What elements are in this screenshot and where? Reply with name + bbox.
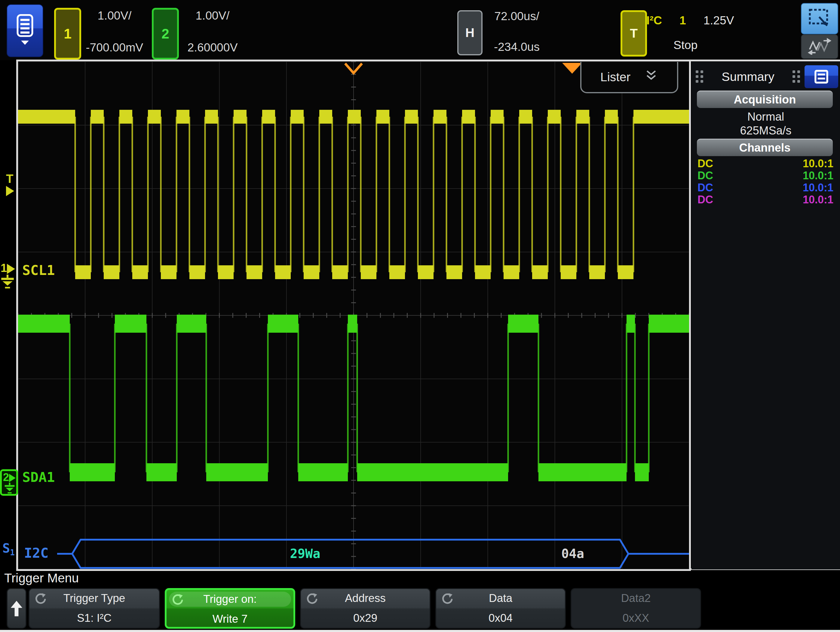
channel2-offset: 2.60000V	[178, 41, 247, 54]
channel2-button[interactable]: 2	[152, 8, 179, 60]
softkey-trigger-on[interactable]: Trigger on: Write 7	[165, 588, 295, 629]
ch2-probe: 10.0:1	[803, 169, 834, 181]
ch2-marker-arrow-icon	[9, 474, 16, 482]
softkey-trigger-type[interactable]: Trigger Type S1: I²C	[28, 588, 160, 629]
ch1-coupling: DC	[698, 157, 713, 169]
timebase-scale: 72.00us/	[483, 10, 550, 23]
ch1-ground-icon	[1, 275, 14, 290]
up-arrow-icon	[10, 600, 23, 618]
channel1-scale: 1.00V/	[80, 9, 149, 22]
ch3-coupling: DC	[698, 181, 713, 193]
ch2-coupling: DC	[698, 169, 713, 181]
bottom-border	[0, 630, 840, 632]
trigger-mode: I²C	[646, 14, 662, 27]
channel-row: DC 10.0:1	[698, 157, 834, 169]
trigger-button[interactable]: T	[621, 10, 647, 57]
menu-icon	[14, 14, 35, 48]
top-toolbar: 1 1.00V/ -700.00mV 2 1.00V/ 2.60000V H 7…	[0, 0, 840, 60]
acquisition-mode: Normal	[692, 110, 840, 124]
trigger-level-marker[interactable]: T	[6, 173, 24, 196]
ch2-ground-icon	[4, 483, 15, 494]
lister-dropdown-button[interactable]: Lister	[580, 62, 678, 93]
channel1-offset: -700.00mV	[80, 41, 149, 54]
channel-row: DC 10.0:1	[698, 193, 834, 206]
trigger-level-label: T	[6, 173, 24, 185]
ch4-probe: 10.0:1	[803, 193, 834, 206]
ch3-probe: 10.0:1	[803, 181, 834, 193]
bus-decoded-data: 04a	[561, 546, 584, 561]
trigger-level: 1.25V	[704, 14, 734, 27]
chevron-double-down-icon	[644, 69, 658, 85]
list-icon	[813, 68, 829, 85]
zoom-region-icon	[807, 7, 832, 30]
ch2-ground-marker[interactable]: 2	[0, 469, 18, 496]
ch1-marker-arrow-icon	[7, 264, 15, 274]
ch1-marker-label: 1	[1, 262, 7, 275]
main-menu-button[interactable]	[6, 4, 43, 57]
lister-label: Lister	[600, 70, 630, 84]
sample-rate: 625MSa/s	[692, 124, 840, 137]
ch1-probe: 10.0:1	[803, 157, 834, 169]
zoom-region-button[interactable]	[801, 3, 838, 34]
menu-back-button[interactable]	[6, 588, 27, 629]
summary-sidebar: Summary Acquisition Normal 625MSa/s Chan…	[692, 62, 840, 569]
serial-bus-marker: S1	[2, 541, 15, 557]
channel2-scale: 1.00V/	[178, 9, 247, 22]
drag-handle-icon[interactable]	[793, 70, 800, 83]
softkey-data2: Data2 0xXX	[571, 588, 701, 629]
waveform-nav-button[interactable]	[801, 34, 838, 59]
drag-handle-icon[interactable]	[696, 70, 704, 83]
trigger-level-arrow-icon	[6, 186, 14, 196]
bus-decoded-address: 29Wa	[290, 546, 320, 561]
menu-title: Trigger Menu	[4, 571, 79, 585]
run-state: Stop	[652, 37, 718, 54]
channel-row: DC 10.0:1	[698, 181, 834, 193]
timebase-delay: -234.0us	[483, 40, 550, 54]
channels-header: Channels	[697, 139, 833, 156]
waveform-nav-icon	[806, 37, 833, 56]
softkey-data[interactable]: Data 0x04	[435, 588, 566, 629]
ch1-ground-marker[interactable]: 1	[1, 262, 19, 292]
channel-row: DC 10.0:1	[698, 169, 834, 181]
softkey-address[interactable]: Address 0x29	[300, 588, 431, 629]
i2c-bus-label: I2C	[24, 545, 48, 561]
ch4-coupling: DC	[698, 193, 713, 206]
scl-waveform-label: SCL1	[22, 262, 55, 278]
sda-waveform-label: SDA1	[22, 469, 55, 485]
sidebar-title: Summary	[708, 70, 788, 84]
channel1-button[interactable]: 1	[54, 8, 81, 60]
horizontal-button[interactable]: H	[457, 10, 483, 55]
acquisition-header: Acquisition	[697, 90, 833, 108]
sidebar-menu-button[interactable]	[805, 65, 838, 88]
trigger-source: 1	[679, 14, 686, 27]
ch2-marker-label: 2	[3, 471, 9, 484]
